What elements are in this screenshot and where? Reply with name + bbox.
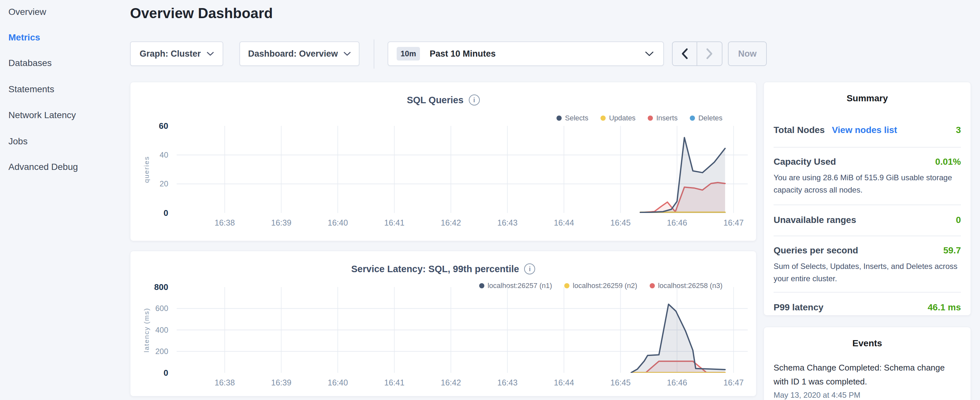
info-icon[interactable]: i (524, 263, 535, 274)
next-time-button[interactable] (697, 42, 722, 65)
x-tick-label: 16:47 (724, 218, 744, 228)
queries-per-second-subtext: Sum of Selects, Updates, Inserts, and De… (773, 260, 961, 285)
sql-queries-chart-card: SQL Queries i Selects Updates Inserts De… (130, 82, 756, 241)
time-range-dropdown[interactable]: 10m Past 10 Minutes (388, 41, 664, 66)
y-tick-label: 0 (126, 208, 168, 218)
sidebar-item-advanced-debug[interactable]: Advanced Debug (8, 161, 78, 172)
updates-dot-icon (600, 116, 606, 121)
summary-row-capacity-used: Capacity Used 0.01% You are using 28.6 M… (773, 148, 961, 205)
dashboard-dropdown[interactable]: Dashboard: Overview (239, 41, 360, 66)
p99-latency-value: 46.1 ms (928, 302, 961, 312)
p99-latency-label: P99 latency (773, 302, 823, 312)
chevron-left-icon (681, 48, 689, 59)
header-divider (374, 40, 374, 69)
events-title: Events (764, 338, 970, 349)
event-timestamp: May 13, 2020 at 4:45 PM (773, 390, 961, 400)
graph-dropdown[interactable]: Graph: Cluster (130, 41, 223, 66)
time-step-buttons (672, 41, 722, 66)
sidebar-item-network-latency[interactable]: Network Latency (8, 110, 76, 121)
y-tick-label: 60 (126, 121, 168, 131)
summary-row-p99-latency: P99 latency 46.1 ms (773, 293, 961, 322)
time-range-label: Past 10 Minutes (430, 49, 496, 59)
y-tick-label: 600 (126, 304, 168, 313)
total-nodes-label: Total Nodes (773, 125, 825, 135)
y-tick-label: 400 (126, 325, 168, 335)
service-latency-plot[interactable]: 020040060080016:3816:3916:4016:4116:4216… (177, 287, 748, 373)
y-tick-label: 800 (126, 282, 168, 292)
legend-item-inserts: Inserts (648, 114, 678, 122)
x-tick-label: 16:40 (328, 378, 348, 387)
service-latency-chart-card: Service Latency: SQL, 99th percentile i … (130, 251, 756, 397)
sql-queries-svg[interactable] (177, 126, 748, 213)
y-tick-label: 0 (126, 368, 168, 378)
x-tick-label: 16:38 (215, 218, 235, 228)
sidebar: Overview Metrics Databases Statements Ne… (0, 0, 130, 400)
x-tick-label: 16:42 (441, 378, 461, 387)
sidebar-item-metrics[interactable]: Metrics (8, 32, 40, 43)
x-tick-label: 16:40 (328, 218, 348, 228)
sidebar-item-jobs[interactable]: Jobs (8, 136, 27, 147)
x-tick-label: 16:41 (384, 218, 405, 228)
legend-item-deletes: Deletes (690, 114, 722, 122)
service-latency-svg[interactable] (177, 287, 748, 373)
summary-row-queries-per-second: Queries per second 59.7 Sum of Selects, … (773, 236, 961, 293)
time-range-badge: 10m (397, 47, 420, 61)
event-text: Schema Change Completed: Schema change w… (773, 361, 961, 389)
chart-title: SQL Queries (407, 95, 463, 105)
queries-per-second-label: Queries per second (773, 245, 858, 256)
metrics-page: Overview Metrics Databases Statements Ne… (0, 0, 980, 400)
view-nodes-list-link[interactable]: View nodes list (832, 125, 897, 135)
chevron-right-icon (706, 48, 713, 59)
summary-row-unavailable-ranges: Unavailable ranges 0 (773, 205, 961, 236)
x-tick-label: 16:41 (384, 378, 405, 387)
y-tick-label: 200 (126, 347, 168, 356)
sql-queries-plot[interactable]: 020406016:3816:3916:4016:4116:4216:4316:… (177, 126, 748, 213)
graph-dropdown-label: Graph: Cluster (140, 49, 200, 59)
chevron-down-icon (207, 52, 214, 56)
page-title: Overview Dashboard (130, 5, 273, 21)
legend-item-selects: Selects (557, 114, 588, 122)
previous-time-button[interactable] (673, 42, 697, 65)
x-tick-label: 16:45 (611, 378, 631, 387)
sidebar-item-overview[interactable]: Overview (8, 6, 46, 18)
legend-label: Inserts (656, 114, 678, 122)
events-panel: Events Schema Change Completed: Schema c… (764, 327, 971, 400)
x-tick-label: 16:47 (724, 378, 744, 387)
dashboard-dropdown-label: Dashboard: Overview (248, 49, 338, 59)
total-nodes-value: 3 (956, 125, 961, 135)
legend-label: Updates (609, 114, 635, 122)
now-button-label: Now (738, 49, 757, 59)
chart-title: Service Latency: SQL, 99th percentile (352, 264, 519, 274)
x-tick-label: 16:42 (441, 218, 461, 228)
x-tick-label: 16:43 (497, 218, 518, 228)
x-tick-label: 16:43 (497, 378, 518, 387)
event-item[interactable]: Schema Change Completed: Schema change w… (773, 361, 961, 400)
x-tick-label: 16:46 (667, 378, 687, 387)
info-icon[interactable]: i (469, 94, 480, 105)
chevron-down-icon (645, 51, 654, 56)
queries-per-second-value: 59.7 (943, 245, 961, 256)
y-tick-label: 40 (126, 150, 168, 159)
capacity-used-value: 0.01% (935, 157, 961, 167)
x-tick-label: 16:45 (611, 218, 631, 228)
sidebar-item-databases[interactable]: Databases (8, 57, 52, 69)
x-tick-label: 16:38 (215, 378, 235, 387)
summary-title: Summary (764, 93, 970, 104)
capacity-used-label: Capacity Used (773, 157, 836, 167)
x-tick-label: 16:44 (554, 378, 574, 387)
capacity-used-subtext: You are using 28.6 MiB of 515.9 GiB usab… (773, 172, 961, 196)
sidebar-item-statements[interactable]: Statements (8, 84, 54, 95)
y-tick-label: 20 (126, 179, 168, 188)
now-button[interactable]: Now (728, 41, 767, 66)
legend-label: Selects (565, 114, 588, 122)
x-tick-label: 16:39 (271, 378, 291, 387)
summary-panel: Summary Total Nodes View nodes list 3 Ca… (764, 82, 971, 316)
chevron-down-icon (344, 52, 351, 56)
unavailable-ranges-label: Unavailable ranges (773, 215, 856, 225)
selects-dot-icon (557, 116, 562, 121)
legend-item-updates: Updates (600, 114, 635, 122)
deletes-dot-icon (690, 116, 695, 121)
summary-row-total-nodes: Total Nodes View nodes list 3 (773, 104, 961, 148)
inserts-dot-icon (648, 116, 653, 121)
x-tick-label: 16:39 (271, 218, 291, 228)
